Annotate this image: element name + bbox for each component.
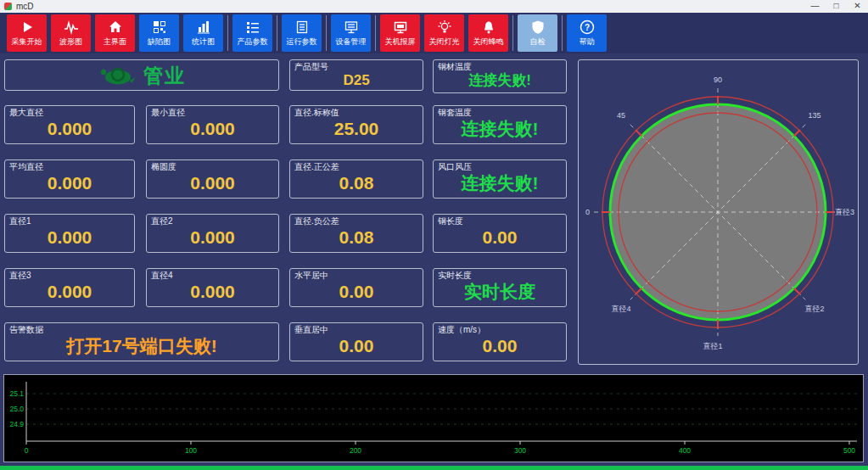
toolbar-separator bbox=[277, 15, 277, 51]
toolbar-button-defect-map[interactable]: 缺陷图 bbox=[139, 14, 179, 52]
polar-angle-label: 0 bbox=[585, 208, 590, 216]
alarm-message: 打开17号端口失败! bbox=[9, 335, 274, 357]
field-label: 直径.正公差 bbox=[294, 162, 418, 172]
field-value: 0.000 bbox=[151, 227, 274, 249]
bell-icon bbox=[481, 20, 496, 36]
field-value: 0.000 bbox=[151, 281, 274, 303]
toolbar-button-start-collect[interactable]: 采集开始 bbox=[7, 14, 47, 52]
field-diameter-3: 直径3 0.000 bbox=[4, 268, 135, 307]
field-value: 0.08 bbox=[294, 227, 418, 249]
toolbar-button-statistics[interactable]: 统计图 bbox=[183, 14, 223, 52]
toolbar-button-label: 自检 bbox=[530, 36, 546, 48]
toolbar-button-label: 缺陷图 bbox=[148, 36, 171, 48]
toolbar-button-device-manager[interactable]: 设备管理 bbox=[331, 14, 371, 52]
polar-angle-label: 45 bbox=[617, 111, 625, 120]
trend-chart: 25.1 25.0 24.9 0 100 200 300 400 500 bbox=[4, 375, 863, 462]
field-label: 告警数据 bbox=[9, 325, 274, 335]
toolbar-button-product-params[interactable]: 产品参数 bbox=[232, 14, 272, 52]
y-tick-label: 24.9 bbox=[9, 420, 24, 428]
bottom-accent-strip bbox=[0, 466, 868, 470]
field-label: 实时长度 bbox=[438, 271, 562, 281]
polar-axis-label: 直径1 bbox=[703, 342, 722, 350]
field-value: 0.000 bbox=[151, 118, 274, 140]
defect-map-icon bbox=[152, 20, 167, 36]
brand-name: 管业 bbox=[143, 64, 186, 87]
minimize-button[interactable]: — bbox=[804, 0, 826, 13]
field-speed: 速度（m/s） 0.00 bbox=[433, 322, 567, 361]
field-value: 实时长度 bbox=[438, 281, 562, 303]
close-button[interactable]: ✕ bbox=[847, 0, 868, 13]
field-diameter-1: 直径1 0.000 bbox=[4, 214, 135, 253]
polar-axis-label: 直径2 bbox=[804, 305, 824, 313]
toolbar-button-lights-off[interactable]: 关闭灯光 bbox=[424, 14, 464, 52]
field-diameter-2: 直径2 0.000 bbox=[146, 214, 279, 253]
toolbar-button-waveform[interactable]: 波形图 bbox=[51, 14, 91, 52]
field-label: 直径3 bbox=[9, 271, 130, 281]
window-title: mcD bbox=[16, 0, 34, 13]
svg-text:?: ? bbox=[584, 23, 589, 32]
trend-chart-panel: 25.1 25.0 24.9 0 100 200 300 400 500 bbox=[3, 374, 864, 462]
alarm-data-box: 告警数据 打开17号端口失败! bbox=[4, 322, 279, 361]
toolbar-button-self-check[interactable]: 自检 bbox=[518, 14, 557, 52]
field-min-diameter: 最小直径 0.000 bbox=[146, 105, 279, 144]
polar-axis-label: 直径3 bbox=[835, 208, 854, 216]
field-value: 0.000 bbox=[9, 118, 130, 140]
field-sleeve-temp: 钢套温度 连接失败! bbox=[433, 105, 567, 144]
field-value: 0.00 bbox=[438, 227, 562, 249]
help-icon: ? bbox=[580, 20, 595, 36]
polar-angle-label: 90 bbox=[714, 76, 722, 84]
toolbar-separator bbox=[375, 15, 376, 51]
x-tick-label: 500 bbox=[843, 446, 855, 455]
x-tick-label: 300 bbox=[514, 446, 526, 455]
x-tick-label: 0 bbox=[25, 446, 29, 455]
toolbar-button-main-screen[interactable]: 主界面 bbox=[95, 14, 135, 52]
field-product-model: 产品型号 D25 bbox=[289, 59, 423, 91]
field-label: 直径2 bbox=[151, 216, 274, 227]
field-realtime-length: 实时长度 实时长度 bbox=[433, 268, 567, 307]
field-value: 连接失败! bbox=[438, 72, 562, 88]
brand-panel: 管业 bbox=[4, 59, 279, 91]
field-value: 连接失败! bbox=[438, 118, 562, 140]
toolbar-button-label: 设备管理 bbox=[336, 36, 367, 48]
field-label: 产品型号 bbox=[294, 62, 418, 72]
toolbar-separator bbox=[512, 15, 513, 51]
field-label: 钢材温度 bbox=[438, 62, 562, 72]
toolbar-button-label: 关机报屏 bbox=[385, 36, 416, 48]
product-params-icon bbox=[245, 20, 260, 36]
field-diameter-4: 直径4 0.000 bbox=[146, 268, 279, 307]
field-vertical-center: 垂直居中 0.00 bbox=[289, 322, 423, 361]
field-steel-length: 钢长度 0.00 bbox=[433, 214, 567, 253]
screen-icon bbox=[393, 20, 408, 36]
bar-chart-icon bbox=[196, 20, 211, 36]
polar-axis-label: 直径4 bbox=[611, 305, 630, 313]
toolbar-button-buzzer-off[interactable]: 关闭蜂鸣 bbox=[468, 14, 508, 52]
toolbar-button-screen-off[interactable]: 关机报屏 bbox=[380, 14, 420, 52]
field-minus-tolerance: 直径.负公差 0.08 bbox=[289, 214, 423, 253]
x-tick-label: 400 bbox=[679, 446, 691, 455]
maximize-button[interactable]: □ bbox=[826, 0, 847, 13]
x-tick-label: 100 bbox=[185, 446, 197, 455]
run-params-icon bbox=[294, 20, 310, 36]
toolbar-button-label: 关闭灯光 bbox=[429, 36, 460, 48]
field-value: 0.00 bbox=[294, 281, 418, 303]
toolbar-button-help[interactable]: ? 帮助 bbox=[567, 14, 607, 52]
field-value: 0.000 bbox=[9, 172, 130, 194]
home-icon bbox=[108, 20, 123, 36]
field-nominal-diameter: 直径.标称值 25.00 bbox=[289, 105, 423, 144]
toolbar-button-label: 波形图 bbox=[59, 36, 82, 48]
play-icon bbox=[20, 20, 35, 36]
field-label: 直径1 bbox=[9, 216, 130, 227]
x-tick-label: 200 bbox=[350, 446, 361, 455]
light-icon bbox=[437, 20, 452, 36]
field-label: 风口风压 bbox=[438, 162, 562, 172]
toolbar-button-run-params[interactable]: 运行参数 bbox=[282, 14, 322, 52]
device-manager-icon bbox=[344, 20, 359, 36]
toolbar-separator bbox=[227, 15, 228, 51]
diameter-polar-chart: 0 45 90 135 直径3 直径2 直径1 直径4 bbox=[579, 60, 858, 364]
app-icon bbox=[4, 3, 12, 10]
field-steel-temp: 钢材温度 连接失败! bbox=[433, 59, 567, 93]
field-avg-diameter: 平均直径 0.000 bbox=[4, 159, 135, 199]
shield-icon bbox=[530, 20, 546, 36]
field-ovality: 椭圆度 0.000 bbox=[146, 159, 279, 199]
field-plus-tolerance: 直径.正公差 0.08 bbox=[289, 159, 423, 199]
